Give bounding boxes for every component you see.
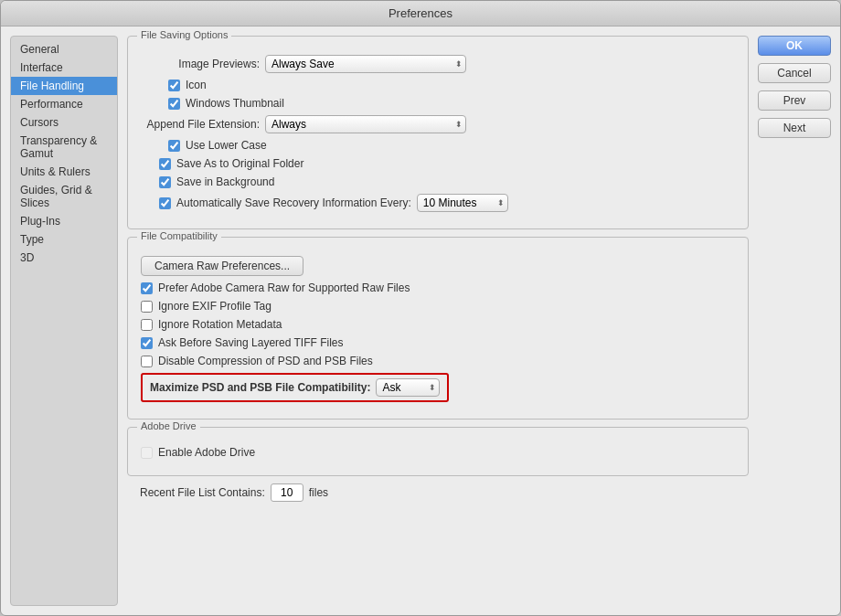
auto-save-checkbox[interactable] <box>159 197 171 209</box>
sidebar-item-interface[interactable]: Interface <box>11 58 117 77</box>
icon-label: Icon <box>186 79 207 91</box>
ask-tiff-checkbox[interactable] <box>141 337 153 349</box>
ignore-rotation-checkbox[interactable] <box>141 319 153 331</box>
windows-thumbnail-checkbox[interactable] <box>168 98 180 110</box>
recent-file-after-label: files <box>309 486 328 499</box>
image-previews-label: Image Previews: <box>141 58 260 70</box>
image-previews-row: Image Previews: Always Save Never Save A… <box>141 55 735 73</box>
prefer-camera-raw-checkbox[interactable] <box>141 282 153 294</box>
maximize-psd-select-wrap[interactable]: Ask Always Never <box>376 378 440 397</box>
sidebar-item-guides[interactable]: Guides, Grid & Slices <box>11 181 117 212</box>
enable-adobe-drive-checkbox[interactable] <box>141 447 153 459</box>
sidebar-item-type[interactable]: Type <box>11 230 117 249</box>
save-in-background-checkbox[interactable] <box>159 176 171 188</box>
auto-save-select-wrap[interactable]: 5 Minutes 10 Minutes 15 Minutes 30 Minut… <box>417 194 508 212</box>
file-saving-title: File Saving Options <box>137 29 231 40</box>
recent-file-list-row: Recent File List Contains: files <box>127 483 749 502</box>
sidebar-item-general[interactable]: General <box>11 40 117 58</box>
window-title: Preferences <box>389 6 452 20</box>
cancel-button[interactable]: Cancel <box>758 63 831 83</box>
maximize-psd-row: Maximize PSD and PSB File Compatibility:… <box>141 373 735 402</box>
ignore-rotation-label: Ignore Rotation Metadata <box>158 318 282 331</box>
append-ext-row: Append File Extension: Always Never Ask … <box>141 115 735 133</box>
camera-raw-row: Camera Raw Preferences... <box>141 256 735 276</box>
auto-save-select[interactable]: 5 Minutes 10 Minutes 15 Minutes 30 Minut… <box>417 194 508 212</box>
sidebar: General Interface File Handling Performa… <box>10 36 118 606</box>
use-lower-case-row: Use Lower Case <box>168 139 735 152</box>
ask-tiff-label: Ask Before Saving Layered TIFF Files <box>158 336 344 349</box>
ignore-rotation-row: Ignore Rotation Metadata <box>141 318 735 331</box>
main-area: File Saving Options Image Previews: Alwa… <box>127 36 749 606</box>
preferences-window: Preferences General Interface File Handl… <box>0 0 841 616</box>
prev-button[interactable]: Prev <box>758 90 831 111</box>
title-bar: Preferences <box>1 1 840 27</box>
prefer-camera-raw-row: Prefer Adobe Camera Raw for Supported Ra… <box>141 281 735 294</box>
maximize-psd-label: Maximize PSD and PSB File Compatibility: <box>150 381 370 394</box>
use-lower-case-label: Use Lower Case <box>186 139 267 152</box>
enable-adobe-drive-row: Enable Adobe Drive <box>141 446 735 459</box>
recent-file-input[interactable] <box>271 483 303 502</box>
next-button[interactable]: Next <box>758 118 831 138</box>
sidebar-item-transparency[interactable]: Transparency & Gamut <box>11 132 117 163</box>
sidebar-item-cursors[interactable]: Cursors <box>11 113 117 132</box>
save-as-original-label: Save As to Original Folder <box>176 157 303 170</box>
windows-thumbnail-label: Windows Thumbnail <box>186 97 284 110</box>
ask-tiff-row: Ask Before Saving Layered TIFF Files <box>141 336 735 349</box>
ignore-exif-checkbox[interactable] <box>141 301 153 313</box>
adobe-drive-panel: Adobe Drive Enable Adobe Drive <box>127 427 749 476</box>
save-as-original-checkbox[interactable] <box>159 158 171 170</box>
sidebar-item-plugins[interactable]: Plug-Ins <box>11 212 117 230</box>
icon-row: Icon <box>168 79 735 91</box>
ok-button[interactable]: OK <box>758 36 831 56</box>
file-saving-panel: File Saving Options Image Previews: Alwa… <box>127 36 749 229</box>
file-compatibility-panel: File Compatibility Camera Raw Preference… <box>127 237 749 420</box>
camera-raw-button[interactable]: Camera Raw Preferences... <box>141 256 303 276</box>
adobe-drive-title: Adobe Drive <box>137 420 200 431</box>
save-in-background-row: Save in Background <box>159 175 735 188</box>
auto-save-label: Automatically Save Recovery Information … <box>176 196 411 209</box>
save-in-background-label: Save in Background <box>176 175 274 188</box>
auto-save-row: Automatically Save Recovery Information … <box>159 194 735 212</box>
ignore-exif-label: Ignore EXIF Profile Tag <box>158 300 271 313</box>
append-ext-label: Append File Extension: <box>141 118 260 131</box>
append-ext-select-wrap[interactable]: Always Never Ask When Saving <box>265 115 466 133</box>
icon-checkbox[interactable] <box>168 80 180 91</box>
sidebar-item-3d[interactable]: 3D <box>11 249 117 267</box>
sidebar-item-units[interactable]: Units & Rulers <box>11 163 117 181</box>
append-ext-select[interactable]: Always Never Ask When Saving <box>265 115 466 133</box>
image-previews-select-wrap[interactable]: Always Save Never Save Ask When Saving <box>265 55 466 73</box>
disable-compression-label: Disable Compression of PSD and PSB Files <box>158 355 373 367</box>
disable-compression-row: Disable Compression of PSD and PSB Files <box>141 355 735 367</box>
file-compatibility-title: File Compatibility <box>137 230 221 241</box>
image-previews-select[interactable]: Always Save Never Save Ask When Saving <box>265 55 466 73</box>
ignore-exif-row: Ignore EXIF Profile Tag <box>141 300 735 313</box>
sidebar-item-file-handling[interactable]: File Handling <box>11 77 117 95</box>
recent-file-before-label: Recent File List Contains: <box>140 486 265 499</box>
enable-adobe-drive-label: Enable Adobe Drive <box>158 446 255 459</box>
use-lower-case-checkbox[interactable] <box>168 140 180 152</box>
prefer-camera-raw-label: Prefer Adobe Camera Raw for Supported Ra… <box>158 281 410 294</box>
maximize-psd-select[interactable]: Ask Always Never <box>376 378 440 397</box>
windows-thumbnail-row: Windows Thumbnail <box>168 97 735 110</box>
disable-compression-checkbox[interactable] <box>141 356 153 367</box>
right-buttons: OK Cancel Prev Next <box>758 36 831 606</box>
sidebar-item-performance[interactable]: Performance <box>11 95 117 113</box>
save-as-original-row: Save As to Original Folder <box>159 157 735 170</box>
maximize-psd-highlight: Maximize PSD and PSB File Compatibility:… <box>141 373 449 402</box>
